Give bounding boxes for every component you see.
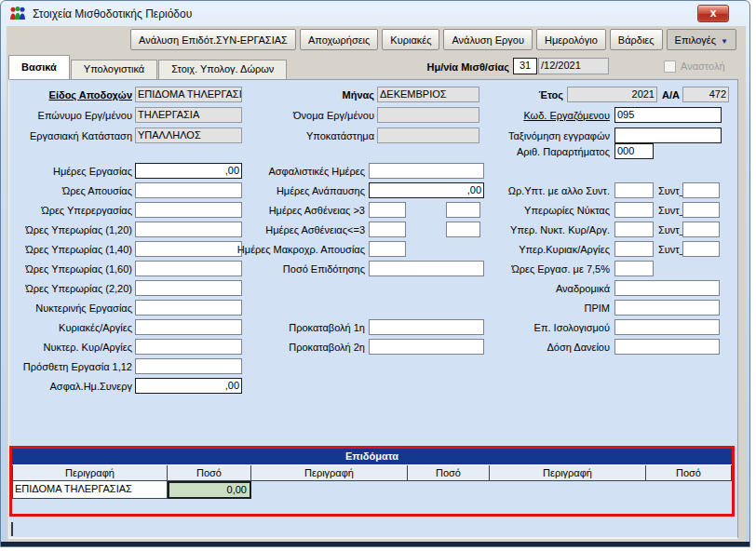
- allowances-table-header: ΠεριγραφήΠοσόΠεριγραφήΠοσόΠεριγραφήΠοσό: [12, 464, 732, 481]
- allowances-section-title: Επιδόματα: [12, 449, 732, 464]
- form-label: Ταξινόμηση εγγραφών: [470, 128, 610, 144]
- form-label: Συντ_: [658, 183, 684, 199]
- payroll-date-label: Ημ/νία Μισθ/σίας: [398, 60, 509, 75]
- options-button[interactable]: Επιλογές▼: [667, 29, 736, 50]
- form-label: Κυριακές/Αργίες: [9, 320, 132, 336]
- allowances-section-highlight: Επιδόματα ΠεριγραφήΠοσόΠεριγραφήΠοσόΠερι…: [9, 446, 735, 517]
- form-label: Ημέρες Εργασίας: [9, 164, 132, 180]
- text-cursor: [11, 522, 13, 536]
- form-label: Ποσό Επιδότησης: [142, 262, 365, 277]
- toolbar-button[interactable]: Ανάλυση Εργου: [443, 29, 532, 50]
- form-input[interactable]: [682, 222, 720, 237]
- year-field[interactable]: 2021: [567, 87, 657, 102]
- month-field[interactable]: ΔΕΚΕΜΒΡΙΟΣ: [377, 87, 479, 102]
- allowances-table-row: ΕΠΙΔΟΜΑ ΤΗΛΕΡΓΑΣΙΑΣ0,00: [12, 481, 732, 499]
- app-icon: [9, 6, 26, 21]
- form-label: Ωρ.Υπτ. με αλλο Συντ.: [393, 183, 610, 199]
- form-label: Υπερωρίες Νύκτας: [393, 203, 610, 219]
- form-label: Ώρες Υπερεργασίας: [9, 203, 132, 219]
- window-bottom-edge: [1, 542, 749, 546]
- title-bar: Στοιχεία Μισθοδοτικής Περιόδου x: [1, 1, 749, 26]
- form-input[interactable]: [135, 358, 242, 374]
- employee-name-field[interactable]: [377, 107, 479, 123]
- toolbar-button[interactable]: Κυριακές: [382, 29, 439, 50]
- allowances-column-header: Περιγραφή: [12, 465, 168, 480]
- suspension-checkbox-label: Αναστολή: [681, 59, 736, 74]
- employment-status-field[interactable]: ΥΠΑΛΛΗΛΟΣ: [135, 128, 242, 143]
- record-sort-field[interactable]: [614, 128, 722, 143]
- form-label: Νυκτερ. Κυρ/Αργίες: [9, 340, 132, 356]
- form-label: Προκαταβολή 2η: [142, 340, 365, 356]
- form-input[interactable]: [614, 202, 654, 218]
- serial-number-field[interactable]: 472: [682, 87, 729, 102]
- close-button[interactable]: x: [697, 5, 729, 22]
- form-label: Νυκτερινής Εργασίας: [9, 301, 132, 316]
- allowances-column-header: Περιγραφή: [251, 465, 408, 480]
- form-input[interactable]: [614, 300, 720, 316]
- form-input[interactable]: [614, 182, 654, 198]
- form-panel: Είδος Αποδοχών ΕΠΙΔΟΜΑ ΤΗΛΕΡΓΑΣΙΑ Μήνας …: [8, 79, 738, 539]
- form-label: Ώρες Υπερωρίας (1,40): [9, 242, 132, 258]
- allowance-amount-cell[interactable]: 0,00: [168, 481, 251, 499]
- form-input[interactable]: [682, 241, 720, 257]
- app-window: Στοιχεία Μισθοδοτικής Περιόδου x Ανάλυση…: [0, 0, 750, 547]
- earnings-type-field[interactable]: ΕΠΙΔΟΜΑ ΤΗΛΕΡΓΑΣΙΑ: [135, 87, 242, 102]
- close-icon: x: [710, 7, 717, 20]
- dropdown-arrow-icon: ▼: [721, 37, 728, 46]
- form-label: Ώρες Υπερωρίας (2,20): [9, 281, 132, 297]
- form-label: Επ. Ισολογισμού: [393, 320, 610, 336]
- payroll-day-field[interactable]: 31: [513, 58, 537, 74]
- toolbar-button[interactable]: Ημερολόγιο: [536, 29, 606, 50]
- suspension-checkbox[interactable]: [664, 60, 676, 73]
- tab-2[interactable]: Στοιχ. Υπολογ. Δώρων: [158, 60, 287, 79]
- form-label: Ώρες Απουσίας: [9, 183, 132, 199]
- form-input[interactable]: [369, 163, 484, 179]
- form-input[interactable]: ,00: [135, 378, 242, 394]
- form-label: Συντ_: [658, 242, 684, 258]
- form-input[interactable]: [135, 280, 242, 296]
- form-input[interactable]: [682, 202, 720, 218]
- form-label: Πρόσθετη Εργασία 1,12: [9, 359, 132, 375]
- form-label: Υπερ.Κυριακ/Αργίες: [393, 242, 610, 258]
- toolbar: Ανάλυση Επιδότ.ΣΥΝ-ΕΡΓΑΣΙΑΣΑποχωρήσειςΚυ…: [7, 29, 736, 50]
- payroll-monthyear-field[interactable]: /12/2021: [538, 58, 609, 74]
- form-input[interactable]: [682, 182, 720, 198]
- form-label: Ώρες Υπερωρίας (1,60): [9, 262, 132, 277]
- tab-1[interactable]: Υπολογιστικά: [71, 60, 157, 79]
- tab-bar: ΒασικάΥπολογιστικάΣτοιχ. Υπολογ. Δώρων: [8, 55, 288, 79]
- form-label: Υποκατάστημα: [244, 128, 374, 144]
- form-label: Ασφαλ.Ημ.Συνεργ: [9, 379, 132, 395]
- form-label: Συντ_: [658, 222, 684, 238]
- branch-number-field[interactable]: 000: [614, 143, 654, 159]
- toolbar-button[interactable]: Ανάλυση Επιδότ.ΣΥΝ-ΕΡΓΑΣΙΑΣ: [130, 29, 296, 50]
- form-label: Ασφαλιστικές Ημέρες: [142, 164, 365, 180]
- form-input[interactable]: [614, 222, 654, 237]
- allowance-description-cell[interactable]: ΕΠΙΔΟΜΑ ΤΗΛΕΡΓΑΣΙΑΣ: [12, 481, 168, 499]
- form-input[interactable]: [614, 280, 720, 296]
- form-label: Ώρες Υπερωρίας (1,20): [9, 222, 132, 238]
- form-label: Προκαταβολή 1η: [142, 320, 365, 336]
- form-label: Αριθ. Παραρτήματος: [470, 144, 610, 160]
- tab-0[interactable]: Βασικά: [8, 55, 70, 79]
- form-input[interactable]: [135, 300, 242, 316]
- branch-field[interactable]: [377, 128, 479, 143]
- form-label: ΠΡΙΜ: [393, 301, 610, 316]
- toolbar-button[interactable]: Βάρδιες: [610, 29, 663, 50]
- form-input[interactable]: [614, 339, 720, 355]
- form-label: Συντ_: [658, 203, 684, 219]
- allowances-column-header: Ποσό: [168, 465, 251, 480]
- window-title: Στοιχεία Μισθοδοτικής Περιόδου: [33, 7, 192, 20]
- form-label: Ημέρες Μακροχρ. Απουσίας: [142, 242, 365, 258]
- form-input[interactable]: [614, 319, 720, 335]
- form-input[interactable]: [614, 241, 654, 257]
- form-label: Κωδ. Εργαζόμενου: [470, 108, 610, 124]
- employee-surname-field[interactable]: ΤΗΛΕΡΓΑΣΙΑ: [135, 107, 242, 123]
- form-input[interactable]: [614, 261, 654, 276]
- form-label: Μήνας: [244, 87, 374, 103]
- employee-code-field[interactable]: 095: [614, 107, 722, 123]
- form-label: Όνομα Εργ/μένου: [244, 108, 374, 124]
- form-label: Δόση Δανείου: [393, 340, 610, 356]
- form-label: Εργασιακή Κατάσταση: [9, 128, 132, 144]
- allowances-column-header: Ποσό: [646, 465, 732, 480]
- toolbar-button[interactable]: Αποχωρήσεις: [300, 29, 378, 50]
